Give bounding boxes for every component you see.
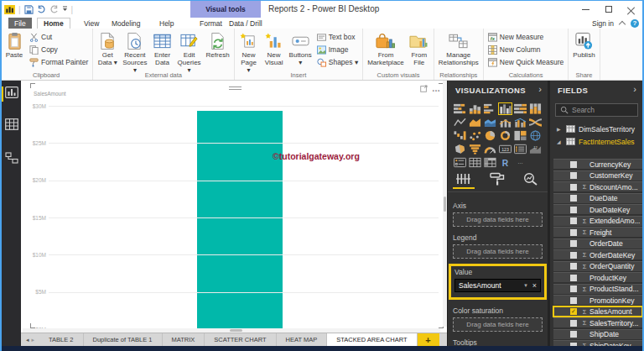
area-chart-icon[interactable] [468,116,482,128]
new-measure-button[interactable]: fxNew Measure [486,31,566,43]
contextual-tab-visual-tools[interactable]: Visual tools [190,1,261,18]
dropzone-axis[interactable]: Drag data fields here [453,212,543,227]
page-tab-heat-map[interactable]: HEAT MAP [277,333,328,346]
field-row-discountamo[interactable]: ΣDiscountAmo... [553,181,642,191]
slicer-icon[interactable] [453,156,467,169]
dropzone-color-saturation[interactable]: Drag data fields here [453,317,543,332]
refresh-button[interactable]: Refresh [205,30,231,60]
edit-queries-button[interactable]: Edit Queries ▾ [176,30,203,76]
analytics-pane-tab[interactable] [520,171,542,186]
collapse-panel-icon[interactable]: › [633,84,636,94]
map-icon[interactable] [528,129,543,142]
cut-button[interactable]: Cut [28,31,90,43]
field-row-salesamount[interactable]: ✓ΣSalesAmount [553,306,642,317]
page-tab-matrix[interactable]: MATRIX [163,333,205,346]
chevron-down-icon[interactable]: ▾ [524,282,527,289]
remove-field-icon[interactable]: × [532,281,537,290]
report-view-button[interactable] [5,86,18,98]
clustered-column-chart-icon[interactable] [498,102,512,115]
paste-button[interactable]: Paste [3,30,26,60]
format-painter-button[interactable]: Format Painter [28,56,90,68]
fields-pane-tab[interactable] [453,171,475,186]
image-button[interactable]: Image [315,44,360,55]
field-checkbox[interactable] [570,297,577,304]
field-checkbox[interactable] [570,161,577,168]
field-row-orderquantity[interactable]: ΣOrderQuantity [553,261,642,271]
donut-chart-icon[interactable] [498,129,512,142]
field-checkbox[interactable] [570,320,577,327]
field-row-orderdate[interactable]: OrderDate [553,238,642,249]
100-stacked-bar-chart-icon[interactable] [513,102,527,115]
menu-tab-home[interactable]: Home [37,18,70,29]
line-chart-icon[interactable] [453,116,467,128]
kpi-icon[interactable]: 12 [528,143,543,155]
field-checkbox[interactable] [570,240,577,247]
waterfall-chart-icon[interactable] [453,129,467,142]
treemap-icon[interactable] [513,129,527,142]
line-stacked-column-chart-icon[interactable] [498,116,512,128]
stacked-column-chart-icon[interactable] [468,102,482,115]
gauge-icon[interactable] [483,143,497,155]
filled-map-icon[interactable] [453,143,467,155]
new-quick-measure-button[interactable]: New Quick Measure [486,56,566,68]
field-checkbox[interactable]: ✓ [570,308,577,315]
value-field-pill[interactable]: SalesAmount▾× [454,279,541,292]
stacked-bar-chart-icon[interactable] [453,102,467,115]
field-checkbox[interactable] [570,331,577,338]
field-row-duedate[interactable]: DueDate [553,193,642,203]
100-stacked-column-chart-icon[interactable] [528,102,543,115]
report-canvas[interactable]: … SalesAmount ©tutorialgateway.org $30M$… [21,81,447,333]
multi-row-card-icon[interactable] [513,143,527,155]
data-view-button[interactable] [5,118,18,130]
field-row-salesterritory[interactable]: ΣSalesTerritory... [553,317,642,327]
expand-icon[interactable]: ▶ [557,126,563,132]
table-dimsalesterritory[interactable]: ▶DimSalesTerritory [550,123,642,135]
save-icon[interactable] [24,5,34,14]
table-icon[interactable] [468,156,482,169]
ribbon-chart-icon[interactable] [528,116,543,128]
from-marketplace-button[interactable]: From Marketplace [366,30,406,67]
add-page-button[interactable]: + [418,333,439,346]
publish-button[interactable]: Publish [571,30,596,60]
menu-tab-data-drill[interactable]: Data / Drill [223,18,268,29]
prev-page-arrow[interactable]: ◂ [26,337,29,343]
field-checkbox[interactable] [570,286,577,292]
page-tab-stacked-area-chart[interactable]: STACKED AREA CHART [327,333,417,346]
maximize-button[interactable] [597,1,620,18]
help-icon[interactable]: ? [631,19,639,28]
new-visual-button[interactable]: New Visual [262,30,286,67]
field-checkbox[interactable] [570,184,577,191]
new-page-button[interactable]: New Page ▾ [237,30,261,76]
matrix-icon[interactable] [483,156,497,169]
next-page-arrow[interactable]: ▸ [32,337,35,343]
field-search-box[interactable] [555,103,638,117]
sign-in-link[interactable]: Sign in [592,19,614,28]
undo-icon[interactable] [37,5,46,13]
field-row-orderdatekey[interactable]: ΣOrderDateKey [553,249,642,259]
field-checkbox[interactable] [570,195,577,202]
field-row-customerkey[interactable]: CustomerKey [553,170,642,181]
enter-data-button[interactable]: Enter Data [151,30,174,67]
page-tab-duplicate-of-table-1[interactable]: Duplicate of TABLE 1 [84,333,163,346]
relationships-view-button[interactable] [5,152,18,164]
selection-handle[interactable] [30,83,35,88]
collapse-ribbon-icon[interactable] [619,21,626,28]
qat-caret-icon[interactable] [62,6,68,13]
more-visuals-icon[interactable]: … [513,156,527,169]
menu-tab-file[interactable]: File [8,18,32,29]
field-checkbox[interactable] [570,263,577,270]
collapse-icon[interactable]: ◢ [557,139,563,144]
get-data-button[interactable]: Get Data ▾ [96,30,119,67]
field-checkbox[interactable] [570,252,577,259]
manage-relationships-button[interactable]: Manage Relationships [437,30,480,67]
page-tab-scatter-chart[interactable]: SCATTER CHART [205,333,276,346]
field-checkbox[interactable] [570,207,577,213]
field-row-productkey[interactable]: ProductKey [553,272,642,282]
stacked-area-chart-icon[interactable] [483,116,497,128]
field-checkbox[interactable] [570,275,577,281]
field-row-productstand[interactable]: ΣProductStand... [553,284,642,294]
table-factinternetsales[interactable]: ◢FactInternetSales [550,135,642,148]
menu-tab-view[interactable]: View [78,18,105,29]
buttons-button[interactable]: Buttons ▾ [288,30,314,67]
field-row-shipdatekey[interactable]: ΣShipDateKey [553,340,642,346]
